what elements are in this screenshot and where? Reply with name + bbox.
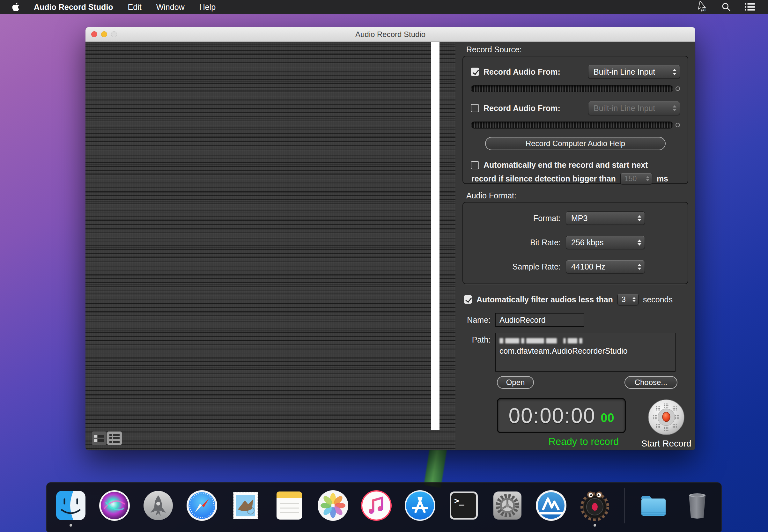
vertical-scrollbar[interactable] — [431, 42, 439, 430]
path-label: Path: — [460, 335, 491, 344]
record-audio-checkbox-1[interactable] — [471, 68, 479, 76]
system-preferences-icon — [491, 490, 523, 521]
dock-item-trash[interactable] — [681, 490, 713, 521]
dock-item-itunes[interactable] — [360, 490, 392, 521]
level-meter-dot-1 — [676, 86, 680, 91]
dock-item-safari[interactable] — [186, 490, 218, 521]
audio-record-studio-icon — [579, 490, 611, 521]
menu-edit[interactable]: Edit — [128, 3, 142, 12]
timer-hundredths: 00 — [601, 411, 614, 425]
dock-item-photos[interactable] — [317, 490, 349, 521]
bitrate-popup[interactable]: 256 kbps — [566, 236, 645, 249]
popup-stepper-icon — [634, 264, 641, 270]
bitrate-label: Bit Rate: — [471, 238, 561, 247]
samplerate-popup[interactable]: 44100 Hz — [566, 260, 645, 273]
choose-button[interactable]: Choose... — [624, 376, 677, 389]
audio-record-studio-window: Audio Record Studio — [85, 27, 695, 450]
open-button[interactable]: Open — [497, 376, 534, 389]
popup-stepper-icon — [643, 176, 649, 181]
record-audio-label-2: Record Audio From: — [484, 104, 560, 113]
view-toggle-list-button[interactable] — [107, 432, 122, 445]
dock-item-launchpad[interactable] — [142, 490, 174, 521]
mouse-cursor-icon — [697, 2, 708, 12]
dock-item-mail[interactable] — [230, 490, 262, 521]
dock-item-blue-mountain-app[interactable] — [535, 490, 567, 521]
silence-ms-stepper[interactable]: 150 — [620, 173, 652, 184]
popup-stepper-icon — [669, 69, 676, 75]
record-source-groupbox: Record Audio From: Built-in Line Input R… — [462, 56, 688, 184]
audio-format-section-label: Audio Format: — [466, 191, 516, 200]
start-record-button-icon[interactable] — [647, 398, 685, 436]
folder-icon — [638, 490, 669, 521]
photos-icon — [317, 490, 349, 521]
format-value: MP3 — [571, 214, 587, 223]
recordings-list-area[interactable] — [85, 42, 455, 450]
silence-label-line2: record if silence detection bigger than — [471, 174, 616, 183]
popup-stepper-icon — [629, 297, 636, 302]
wallpaper-plant-streak — [424, 447, 447, 488]
path-box[interactable]: com.dfavteam.AudioRecorderStudio — [495, 333, 676, 372]
dock-divider — [624, 488, 624, 523]
silence-detection-checkbox[interactable] — [471, 161, 479, 169]
mail-icon — [230, 490, 262, 521]
dock: >_ — [46, 482, 722, 532]
filter-audios-checkbox[interactable] — [464, 295, 472, 304]
view-toggle-group — [92, 432, 122, 445]
menu-window[interactable]: Window — [156, 3, 185, 12]
running-indicator — [594, 524, 596, 527]
control-panel: Record Source: Record Audio From: Built-… — [455, 42, 695, 450]
terminal-icon: >_ — [448, 490, 480, 521]
name-label: Name: — [460, 315, 491, 325]
record-audio-label-1: Record Audio From: — [484, 67, 560, 77]
record-audio-checkbox-2[interactable] — [471, 104, 479, 112]
silence-unit-label: ms — [657, 174, 668, 183]
dock-item-terminal[interactable]: >_ — [448, 490, 480, 521]
bitrate-value: 256 kbps — [571, 238, 603, 247]
filter-unit-label: seconds — [643, 295, 673, 304]
dock-item-audio-record-studio[interactable] — [579, 490, 611, 521]
level-meter-1 — [471, 85, 673, 92]
dock-item-appstore[interactable] — [404, 490, 436, 521]
window-title: Audio Record Studio — [85, 30, 695, 39]
input-device-popup-2[interactable]: Built-in Line Input — [588, 101, 680, 115]
format-popup[interactable]: MP3 — [566, 211, 645, 225]
menu-help[interactable]: Help — [199, 3, 216, 12]
apple-menu-icon[interactable] — [12, 2, 20, 12]
record-computer-audio-help-button[interactable]: Record Computer Audio Help — [485, 137, 666, 150]
name-input[interactable] — [495, 313, 584, 327]
format-label: Format: — [471, 214, 561, 223]
input-device-value-1: Built-in Line Input — [594, 67, 655, 77]
dock-item-notes[interactable] — [273, 490, 305, 521]
dock-item-finder[interactable] — [55, 490, 87, 521]
path-redacted-line — [499, 336, 671, 345]
launchpad-icon — [142, 490, 174, 521]
dock-item-siri[interactable] — [99, 490, 130, 521]
notification-list-icon[interactable] — [744, 2, 755, 12]
popup-stepper-icon — [634, 215, 641, 221]
search-icon[interactable] — [721, 2, 732, 12]
popup-stepper-icon — [669, 105, 676, 111]
itunes-icon — [360, 490, 392, 521]
dock-item-system-preferences[interactable] — [491, 490, 523, 521]
title-bar[interactable]: Audio Record Studio — [85, 27, 695, 42]
level-meter-dot-2 — [676, 123, 680, 127]
start-record-control: Start Record — [641, 398, 691, 449]
view-toggle-grid-button[interactable] — [92, 432, 107, 445]
filter-seconds-value: 3 — [622, 295, 626, 304]
dock-item-folder[interactable] — [638, 490, 669, 521]
menu-bar: Audio Record Studio Edit Window Help — [0, 0, 768, 14]
input-device-popup-1[interactable]: Built-in Line Input — [588, 65, 680, 79]
start-record-label: Start Record — [641, 439, 691, 449]
samplerate-label: Sample Rate: — [471, 262, 561, 271]
desktop: Audio Record Studio Edit Window Help — [0, 0, 768, 532]
timer-time: 00:00:00 — [508, 403, 595, 428]
audio-format-groupbox: Format: MP3 Bit Rate: 256 kbps — [462, 202, 688, 284]
finder-icon — [55, 490, 87, 521]
timer-display: 00:00:00 00 — [497, 398, 626, 433]
menubar-app-name[interactable]: Audio Record Studio — [34, 3, 113, 12]
record-source-section-label: Record Source: — [466, 45, 522, 54]
filter-seconds-stepper[interactable]: 3 — [617, 294, 639, 305]
svg-text:>_: >_ — [454, 496, 464, 506]
input-device-value-2: Built-in Line Input — [594, 104, 655, 113]
trash-icon — [681, 490, 713, 521]
